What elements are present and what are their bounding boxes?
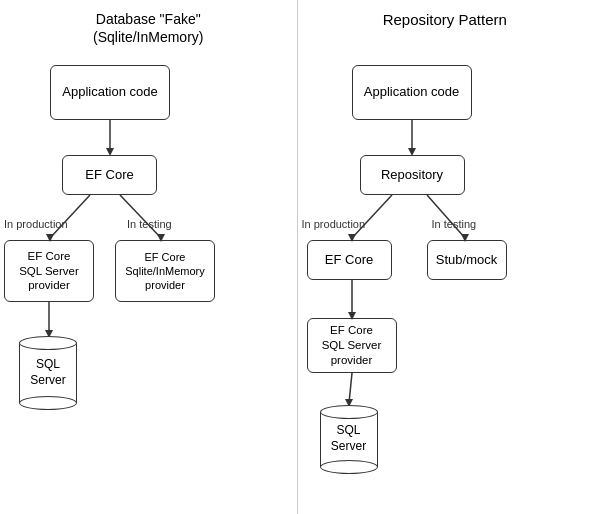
right-efcore-sql-box: EF Core SQL Server provider [307, 318, 397, 373]
svg-line-4 [120, 195, 161, 238]
left-efcore-box: EF Core [62, 155, 157, 195]
left-efcore-sql-label: EF Core SQL Server provider [19, 249, 79, 294]
right-efcore-box: EF Core [307, 240, 392, 280]
left-title-line2: (Sqlite/InMemory) [93, 29, 203, 45]
left-efcore-sql-box: EF Core SQL Server provider [4, 240, 94, 302]
right-test-label: In testing [432, 218, 477, 230]
right-sqlserver-cylinder: SQL Server [319, 405, 379, 481]
svg-line-2 [50, 195, 90, 238]
left-efcore-sqlite-label: EF Core Sqlite/InMemory provider [125, 250, 204, 293]
right-app-code-box: Application code [352, 65, 472, 120]
right-diagram: Repository Pattern Application code Repo… [297, 0, 594, 514]
right-prod-label: In production [302, 218, 366, 230]
right-efcore-sql-label: EF Core SQL Server provider [322, 323, 382, 368]
left-sqlserver-label: SQL Server [30, 357, 65, 388]
left-title-line1: Database "Fake" [96, 11, 201, 27]
left-prod-label: In production [4, 218, 68, 230]
right-repository-label: Repository [381, 167, 443, 184]
left-sqlserver-cylinder: SQL Server [18, 336, 78, 417]
svg-line-10 [352, 195, 392, 238]
left-efcore-label: EF Core [85, 167, 133, 184]
right-sqlserver-label: SQL Server [331, 423, 366, 454]
right-app-code-label: Application code [364, 84, 459, 101]
left-app-code-box: Application code [50, 65, 170, 120]
diagram-container: Database "Fake" (Sqlite/InMemory) Applic… [0, 0, 593, 514]
right-stub-label: Stub/mock [436, 252, 497, 269]
left-efcore-sqlite-box: EF Core Sqlite/InMemory provider [115, 240, 215, 302]
right-title-label: Repository Pattern [383, 11, 507, 28]
right-repository-box: Repository [360, 155, 465, 195]
svg-line-12 [427, 195, 465, 238]
left-diagram: Database "Fake" (Sqlite/InMemory) Applic… [0, 0, 297, 514]
right-title: Repository Pattern [297, 10, 594, 30]
right-stub-box: Stub/mock [427, 240, 507, 280]
svg-line-16 [349, 373, 352, 403]
left-app-code-label: Application code [62, 84, 157, 101]
left-title: Database "Fake" (Sqlite/InMemory) [0, 10, 297, 46]
right-efcore-label: EF Core [325, 252, 373, 269]
left-test-label: In testing [127, 218, 172, 230]
